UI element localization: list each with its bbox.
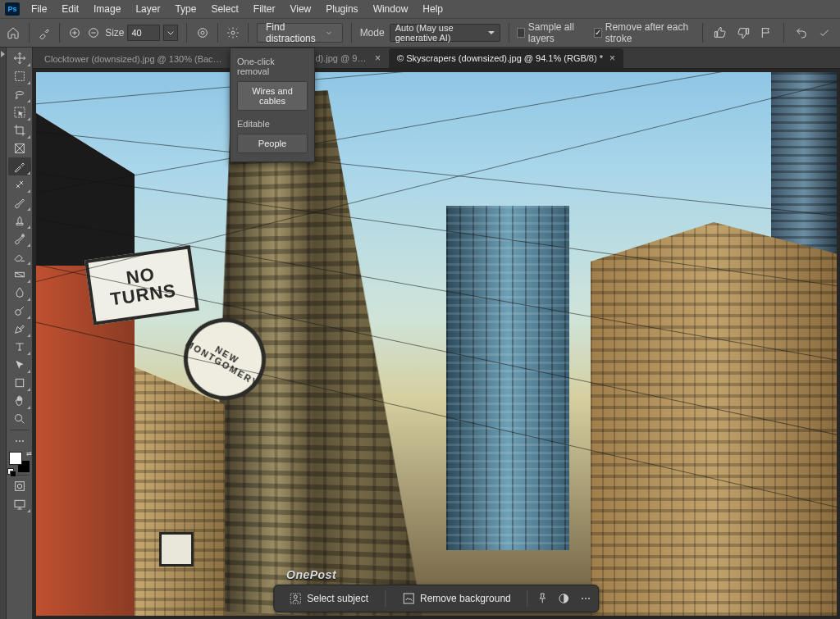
tool-panel: ⋯ ⇄ [7, 48, 33, 619]
remove-after-stroke-checkbox[interactable]: Remove after each stroke [594, 21, 689, 44]
pen-tool[interactable] [8, 320, 31, 338]
healing-brush-tool[interactable] [8, 175, 31, 193]
document-tabs: Clocktower (downsized).jpg @ 130% (Backg… [33, 48, 840, 69]
checkbox-icon [594, 28, 602, 38]
svg-rect-5 [15, 72, 24, 81]
brush-settings-icon[interactable] [195, 24, 209, 42]
menu-view[interactable]: View [283, 2, 317, 16]
tab-clocktower[interactable]: Clocktower (downsized).jpg @ 130% (Backg… [36, 50, 233, 68]
more-icon[interactable]: ⋯ [579, 592, 592, 605]
eyedropper-tool[interactable] [8, 157, 31, 175]
default-colors-icon[interactable] [7, 468, 14, 475]
swap-colors-icon[interactable]: ⇄ [26, 450, 32, 457]
svg-rect-11 [16, 379, 23, 386]
thumbs-down-icon[interactable] [734, 24, 752, 42]
menu-type[interactable]: Type [168, 2, 203, 16]
close-tab-icon[interactable]: × [609, 52, 615, 64]
select-subject-label: Select subject [307, 593, 368, 604]
find-distractions-button[interactable]: Find distractions [257, 23, 343, 43]
quick-mask-icon[interactable] [8, 477, 31, 495]
lasso-tool[interactable] [8, 85, 31, 103]
people-button[interactable]: People [237, 134, 308, 153]
menu-bar: Ps File Edit Image Layer Type Select Fil… [0, 0, 840, 18]
gradient-tool[interactable] [8, 266, 31, 284]
svg-point-2 [198, 29, 207, 38]
undo-icon[interactable] [792, 24, 810, 42]
panel-section-label: Editable [237, 117, 308, 134]
menu-window[interactable]: Window [367, 2, 415, 16]
hand-tool[interactable] [8, 392, 31, 410]
home-icon[interactable] [7, 24, 21, 42]
menu-layer[interactable]: Layer [129, 2, 167, 16]
tab-label: Clocktower (downsized).jpg @ 130% (Backg… [44, 54, 225, 64]
divider [29, 23, 30, 43]
divider [702, 23, 703, 43]
tab-label: © Skyscrapers (downsized).jpg @ 94.1% (R… [397, 53, 603, 63]
svg-point-4 [231, 31, 235, 34]
image-no-turns-sign: NO TURNS [84, 245, 199, 325]
image-wire [36, 72, 837, 106]
flag-icon[interactable] [757, 24, 775, 42]
screen-mode-icon[interactable] [8, 495, 31, 513]
color-swatches[interactable]: ⇄ [9, 452, 30, 473]
brush-size-group: Size 40 [105, 25, 178, 41]
image-sign-post [36, 113, 135, 616]
contextual-task-bar[interactable]: Select subject Remove background ⋯ [273, 585, 599, 612]
wires-and-cables-button[interactable]: Wires and cables [237, 81, 308, 111]
edit-toolbar-icon[interactable]: ⋯ [8, 432, 31, 450]
panel-section-label: One-click removal [237, 55, 308, 81]
size-label: Size [105, 27, 124, 39]
menu-select[interactable]: Select [204, 2, 244, 16]
commit-check-icon[interactable] [815, 24, 833, 42]
sample-all-layers-label: Sample all layers [528, 21, 584, 44]
tab-skyscrapers[interactable]: © Skyscrapers (downsized).jpg @ 94.1% (R… [389, 48, 623, 68]
zoom-tool[interactable] [8, 410, 31, 428]
thumbs-up-icon[interactable] [711, 24, 729, 42]
history-brush-tool[interactable] [8, 230, 31, 248]
image-wire [36, 72, 837, 196]
gear-icon[interactable] [226, 24, 240, 42]
frame-tool[interactable] [8, 139, 31, 157]
app-logo: Ps [5, 2, 20, 16]
type-tool[interactable] [8, 338, 31, 356]
menu-filter[interactable]: Filter [247, 2, 282, 16]
select-subject-button[interactable]: Select subject [281, 588, 377, 609]
pin-icon[interactable] [536, 592, 550, 605]
dodge-tool[interactable] [8, 302, 31, 320]
menu-help[interactable]: Help [416, 2, 450, 16]
svg-point-10 [15, 310, 21, 316]
object-selection-tool[interactable] [8, 103, 31, 121]
size-input[interactable]: 40 [127, 25, 160, 41]
divider [509, 23, 509, 43]
tool-preset-icon[interactable] [37, 24, 51, 42]
move-tool[interactable] [8, 49, 31, 67]
subtract-from-selection-icon[interactable] [86, 24, 100, 42]
collapsed-panel-handle[interactable] [0, 48, 7, 619]
menu-plugins[interactable]: Plugins [319, 2, 364, 16]
size-dropdown-icon[interactable] [163, 25, 178, 41]
adjustments-icon[interactable] [558, 592, 571, 605]
shape-tool[interactable] [8, 374, 31, 392]
sample-all-layers-checkbox[interactable]: Sample all layers [517, 21, 583, 44]
marquee-tool[interactable] [8, 67, 31, 85]
menu-file[interactable]: File [25, 2, 53, 16]
remove-background-button[interactable]: Remove background [394, 588, 519, 609]
crop-tool[interactable] [8, 121, 31, 139]
blur-tool[interactable] [8, 284, 31, 302]
eraser-tool[interactable] [8, 248, 31, 266]
clone-stamp-tool[interactable] [8, 212, 31, 230]
mode-select[interactable]: Auto (May use generative AI) [390, 24, 500, 42]
document-area: Clocktower (downsized).jpg @ 130% (Backg… [33, 48, 840, 619]
close-tab-icon[interactable]: × [375, 52, 381, 64]
foreground-color-swatch[interactable] [9, 452, 22, 465]
divider [248, 23, 249, 43]
remove-bg-icon [402, 592, 415, 605]
menu-edit[interactable]: Edit [55, 2, 85, 16]
path-selection-tool[interactable] [8, 356, 31, 374]
divider [783, 23, 784, 43]
menu-image[interactable]: Image [87, 2, 127, 16]
canvas-viewport[interactable]: NO TURNS NEW MONTGOMERY OnePost Select s… [33, 69, 840, 619]
brush-tool[interactable] [8, 193, 31, 212]
add-to-selection-icon[interactable] [68, 24, 82, 42]
svg-point-3 [201, 31, 204, 34]
